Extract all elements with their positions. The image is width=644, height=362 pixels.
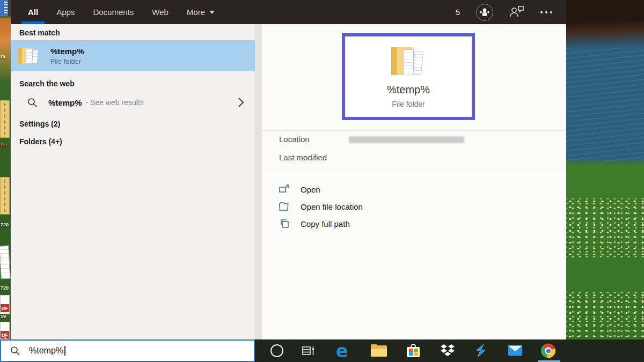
action-copy-full-path[interactable]: Copy full path xyxy=(262,216,566,232)
desktop-label: 720 xyxy=(1,285,9,291)
more-options-icon[interactable] xyxy=(540,11,552,13)
preview-panel: %temp% File folder Location Last modifie… xyxy=(262,24,566,339)
tab-documents[interactable]: Documents xyxy=(93,0,134,24)
task-view-icon[interactable] xyxy=(302,345,316,357)
pdf-badge: DF xyxy=(1,304,9,312)
file-folder-icon-large xyxy=(389,45,428,78)
tab-apps[interactable]: Apps xyxy=(56,0,75,24)
edge-icon[interactable]: e xyxy=(336,342,348,360)
action-open[interactable]: Open xyxy=(262,181,566,197)
wallpaper-water xyxy=(566,48,644,161)
search-icon xyxy=(10,345,20,356)
chevron-right-icon xyxy=(238,97,244,108)
wallpaper-flowers xyxy=(566,198,644,257)
action-open-file-location[interactable]: Open file location xyxy=(262,198,566,215)
result-title: %temp% xyxy=(50,47,84,56)
action-label: Copy full path xyxy=(301,219,350,228)
lightning-app-icon[interactable] xyxy=(475,344,487,358)
web-suffix: - See web results xyxy=(86,98,144,107)
tab-more-label: More xyxy=(187,8,205,17)
tab-web[interactable]: Web xyxy=(152,0,169,24)
desktop-wallpaper xyxy=(566,0,644,362)
desktop-label: Ro xyxy=(1,142,7,147)
desktop-label: 720 xyxy=(1,222,9,227)
rewards-count: 5 xyxy=(456,8,460,17)
open-icon xyxy=(279,184,290,194)
last-modified-label: Last modified xyxy=(279,153,327,162)
folders-group[interactable]: Folders (4+) xyxy=(11,134,255,149)
best-match-text: %temp% File folder xyxy=(50,47,84,65)
preview-card: %temp% File folder xyxy=(342,33,475,120)
cortana-icon[interactable] xyxy=(270,344,283,357)
preview-title: %temp% xyxy=(387,84,430,96)
result-subtitle: File folder xyxy=(50,57,84,65)
filter-tabs: All Apps Documents Web More xyxy=(28,0,215,24)
taskbar-search-input[interactable]: %temp% xyxy=(0,339,255,362)
file-folder-icon xyxy=(18,46,41,66)
best-match-result[interactable]: %temp% File folder xyxy=(11,40,255,71)
preview-subtitle: File folder xyxy=(392,100,425,108)
copy-icon xyxy=(279,219,290,228)
dropbox-icon[interactable] xyxy=(440,344,455,358)
web-search-result[interactable]: %temp% - See web results xyxy=(11,93,255,112)
action-label: Open file location xyxy=(301,202,363,211)
feedback-icon[interactable] xyxy=(509,5,524,20)
results-panel: Best match %temp% File folder Search the… xyxy=(11,24,255,339)
search-icon xyxy=(27,97,38,108)
file-explorer-icon[interactable] xyxy=(371,344,387,357)
settings-group[interactable]: Settings (2) xyxy=(11,116,255,131)
desktop-icon-documents[interactable] xyxy=(0,246,11,279)
avatar-figure xyxy=(479,7,490,18)
mail-icon[interactable] xyxy=(508,345,523,357)
avatar-icon[interactable] xyxy=(476,4,493,21)
desktop-icon-image[interactable] xyxy=(0,18,11,79)
wallpaper-flowers xyxy=(566,292,644,343)
search-text: %temp% xyxy=(29,346,63,356)
taskbar: %temp% e xyxy=(0,339,644,362)
best-match-heading: Best match xyxy=(19,28,60,37)
chevron-down-icon xyxy=(209,11,215,14)
section-divider xyxy=(262,173,566,173)
chrome-icon[interactable] xyxy=(541,344,555,358)
desktop-left-strip: ra Ro 720 720 DF 19 DF gib xyxy=(0,0,11,362)
search-web-heading: Search the web xyxy=(19,79,75,88)
search-filter-bar: All Apps Documents Web More 5 xyxy=(11,0,566,24)
desktop-label: 19 xyxy=(1,314,6,319)
desktop-label: ra xyxy=(1,54,5,59)
topbar-actions: 5 xyxy=(456,4,552,21)
tab-more[interactable]: More xyxy=(187,0,215,24)
wallpaper-cliff xyxy=(566,0,644,51)
panel-divider xyxy=(255,24,262,339)
tab-documents-label: Documents xyxy=(93,8,134,17)
screen: ra Ro 720 720 DF 19 DF gib All Apps Docu… xyxy=(0,0,644,362)
desktop-icon-pdf[interactable]: DF xyxy=(0,295,10,314)
action-label: Open xyxy=(301,185,320,194)
desktop-icon-zip[interactable] xyxy=(0,100,10,138)
tab-all[interactable]: All xyxy=(28,0,38,24)
location-label: Location xyxy=(279,135,310,144)
folder-location-icon xyxy=(279,202,290,211)
section-divider xyxy=(262,130,566,131)
text-cursor xyxy=(64,346,65,356)
location-value-redacted xyxy=(349,136,464,143)
feedback-glyph xyxy=(509,5,524,18)
tab-web-label: Web xyxy=(152,8,169,17)
desktop-icon-document[interactable] xyxy=(0,0,8,16)
web-query: %temp% xyxy=(48,98,82,107)
tab-apps-label: Apps xyxy=(56,8,75,17)
desktop-icon-zip[interactable] xyxy=(0,177,10,215)
store-icon[interactable] xyxy=(406,344,420,358)
tab-all-label: All xyxy=(28,8,38,17)
